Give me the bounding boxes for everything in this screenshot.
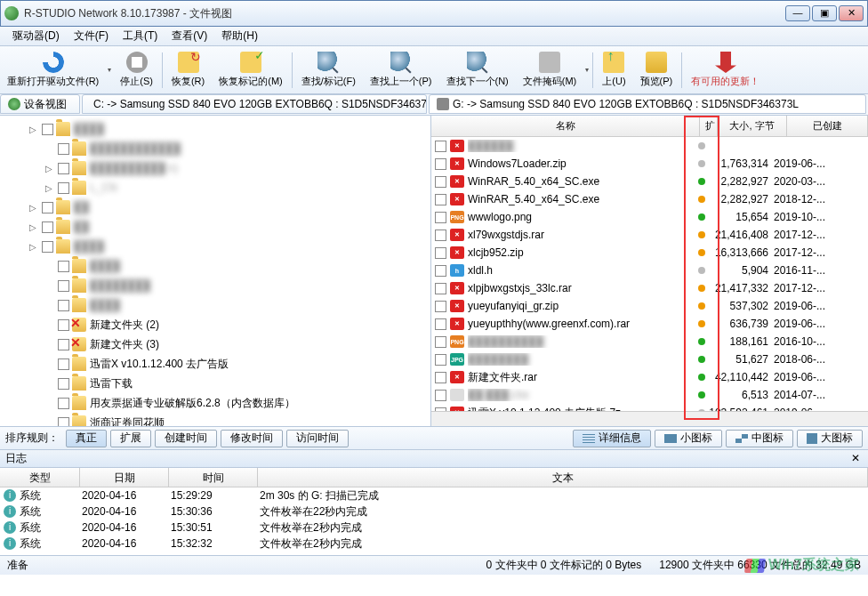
tree-checkbox[interactable]	[58, 319, 69, 331]
tree-twisty[interactable]: ▷	[27, 242, 39, 252]
tree-checkbox[interactable]	[58, 339, 69, 350]
file-checkbox[interactable]	[435, 283, 446, 294]
find-prev-button[interactable]: 查找上一个(P)	[363, 48, 439, 93]
tree-item[interactable]: ▷████	[2, 237, 429, 256]
folder-tree-pane[interactable]: ▷████████████████▷██████████ n)▷L_CN▷██▷…	[0, 116, 431, 426]
log-col-time[interactable]: 时间	[169, 468, 258, 487]
menu-drive[interactable]: 驱动器(D)	[5, 27, 67, 45]
file-checkbox[interactable]	[435, 212, 446, 223]
up-button[interactable]: 上(U)	[595, 48, 632, 93]
file-row[interactable]: ✕xl79wxgstdjs.rar21,416,4082017-12-...	[431, 226, 868, 244]
tree-item[interactable]: ████	[2, 256, 429, 276]
log-row[interactable]: i系统2020-04-1615:32:32文件枚举在2秒内完成	[0, 536, 868, 552]
stop-button[interactable]: 停止(S)	[113, 48, 160, 93]
file-row[interactable]: ✕yueyupthhy(www.greenxf.com).rar636,7392…	[431, 315, 868, 333]
maximize-button[interactable]: ▣	[812, 5, 837, 21]
view-small-button[interactable]: 小图标	[655, 430, 722, 447]
file-row[interactable]: ✕xlpjbwxgstxjs_33lc.rar21,417,3322017-12…	[431, 279, 868, 297]
file-checkbox[interactable]	[435, 158, 446, 170]
file-checkbox[interactable]	[435, 230, 446, 241]
sort-mtime-button[interactable]: 修改时间	[221, 430, 283, 447]
tree-item[interactable]: 用友票据通专业破解版6.2.8（内含数据库）	[2, 393, 429, 413]
reopen-dropdown[interactable]: ▾	[106, 48, 113, 93]
menu-tools[interactable]: 工具(T)	[116, 27, 165, 45]
file-checkbox[interactable]	[435, 176, 446, 188]
tree-checkbox[interactable]	[42, 202, 53, 213]
tree-checkbox[interactable]	[58, 261, 69, 272]
tree-checkbox[interactable]	[58, 358, 69, 370]
tree-twisty[interactable]: ▷	[43, 183, 55, 193]
file-list-body[interactable]: ✕██████✕Windows7Loader.zip1,763,3142019-…	[431, 137, 868, 411]
recover-marked-button[interactable]: 恢复标记的(M)	[212, 48, 290, 93]
minimize-button[interactable]: —	[785, 5, 810, 21]
tree-twisty[interactable]: ▷	[43, 164, 55, 173]
file-checkbox[interactable]	[435, 247, 446, 259]
tree-item[interactable]: 新建文件夹 (2)	[2, 315, 429, 334]
col-size[interactable]: 大小, 字节	[718, 116, 787, 136]
tree-checkbox[interactable]	[58, 398, 69, 409]
file-row[interactable]: ✕Windows7Loader.zip1,763,3142019-06-...	[431, 155, 868, 173]
file-row[interactable]: ✕yueyufanyiqi_gr.zip537,3022019-06-...	[431, 297, 868, 315]
preview-button[interactable]: 预览(P)	[633, 48, 680, 93]
col-name[interactable]: 名称	[431, 116, 700, 136]
view-detail-button[interactable]: 详细信息	[573, 430, 651, 447]
tree-item[interactable]: ▷L_CN	[2, 178, 429, 197]
tree-checkbox[interactable]	[42, 241, 53, 253]
file-row[interactable]: ✕迅雷X v10.1.12.400 去广告版.7z103,592,4612019…	[431, 404, 868, 411]
tree-checkbox[interactable]	[58, 182, 69, 194]
file-row[interactable]: ✕新建文件夹.rar42,110,4422019-06-...	[431, 368, 868, 386]
file-checkbox[interactable]	[435, 354, 446, 366]
tree-item[interactable]: ████████████	[2, 139, 429, 158]
tree-item[interactable]: 浙商证券同花顺	[2, 413, 429, 426]
col-created[interactable]: 已创建	[787, 116, 868, 136]
tree-checkbox[interactable]	[42, 221, 53, 233]
file-checkbox[interactable]	[435, 141, 446, 152]
file-row[interactable]: ✕xlcjb952.zip16,313,6662017-12-...	[431, 244, 868, 262]
tree-twisty[interactable]: ▷	[27, 203, 39, 213]
tree-checkbox[interactable]	[58, 300, 69, 311]
tree-checkbox[interactable]	[58, 280, 69, 292]
tree-checkbox[interactable]	[58, 163, 69, 174]
tab-c-drive[interactable]: C: -> Samsung SSD 840 EVO 120GB EXTOBB6Q…	[82, 94, 427, 114]
tab-g-drive[interactable]: G: -> Samsung SSD 840 EVO 120GB EXTOBB6Q…	[429, 94, 866, 114]
log-row[interactable]: i系统2020-04-1615:30:36文件枚举在22秒内完成	[0, 503, 868, 519]
close-button[interactable]: ✕	[839, 5, 864, 21]
tree-checkbox[interactable]	[58, 378, 69, 390]
tree-item[interactable]: ▷██	[2, 217, 429, 237]
file-row[interactable]: ✕WinRAR_5.40_x64_SC.exe2,282,9272020-03-…	[431, 173, 868, 190]
sort-atime-button[interactable]: 访问时间	[286, 430, 349, 447]
reopen-drive-button[interactable]: 重新打开驱动文件(R)	[0, 48, 106, 93]
file-checkbox[interactable]	[435, 390, 446, 401]
tree-item[interactable]: ████	[2, 295, 429, 315]
sort-real-button[interactable]: 真正	[66, 430, 107, 447]
file-checkbox[interactable]	[435, 301, 446, 312]
log-col-text[interactable]: 文本	[258, 468, 868, 487]
tree-item[interactable]: 迅雷下载	[2, 374, 429, 393]
tree-item[interactable]: 迅雷X v10.1.12.400 去广告版	[2, 354, 429, 374]
menu-help[interactable]: 帮助(H)	[214, 27, 265, 45]
tree-item[interactable]: ▷██████████ n)	[2, 158, 429, 178]
tree-twisty[interactable]: ▷	[27, 125, 39, 134]
file-checkbox[interactable]	[435, 336, 446, 348]
log-row[interactable]: i系统2020-04-1615:30:51文件枚举在2秒内完成	[0, 519, 868, 536]
file-row[interactable]: ✕WinRAR_5.40_x64_SC.exe2,282,9272018-12-…	[431, 190, 868, 208]
log-close-button[interactable]: ✕	[848, 452, 863, 466]
tree-twisty[interactable]: ▷	[27, 222, 39, 232]
file-row[interactable]: PNGwwwlogo.png15,6542019-10-...	[431, 208, 868, 226]
tree-checkbox[interactable]	[42, 124, 53, 135]
view-large-button[interactable]: 大图标	[797, 430, 863, 447]
file-row[interactable]: hxldl.h5,9042016-11-...	[431, 262, 868, 279]
menu-file[interactable]: 文件(F)	[67, 27, 116, 45]
recover-button[interactable]: 恢复(R)	[165, 48, 212, 93]
log-col-type[interactable]: 类型	[0, 468, 80, 487]
menu-view[interactable]: 查看(V)	[165, 27, 214, 45]
log-col-date[interactable]: 日期	[80, 468, 169, 487]
tree-item[interactable]: ▷██	[2, 197, 429, 217]
col-ext[interactable]: 扩	[700, 116, 718, 136]
file-checkbox[interactable]	[435, 194, 446, 205]
file-row[interactable]: PNG██████████188,1612016-10-...	[431, 333, 868, 350]
mask-dropdown[interactable]: ▾	[583, 48, 591, 93]
file-checkbox[interactable]	[435, 372, 446, 383]
file-checkbox[interactable]	[435, 318, 446, 330]
file-mask-button[interactable]: 文件掩码(M)	[516, 48, 584, 93]
